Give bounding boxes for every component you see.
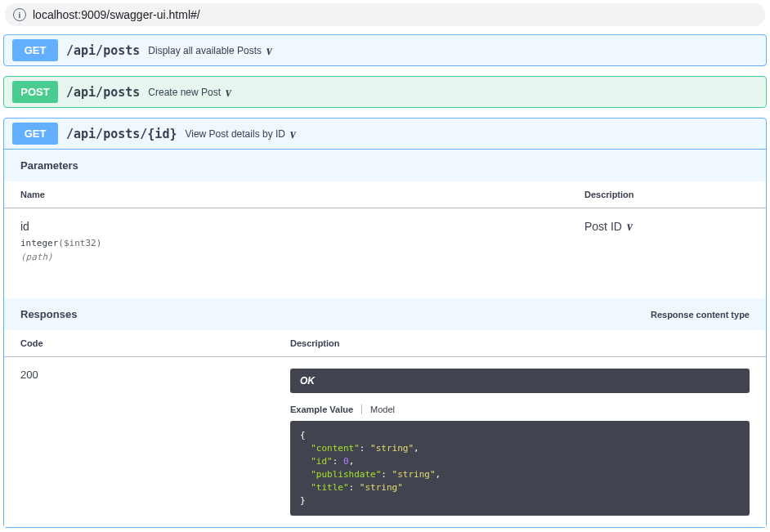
table-row: 200 OK Example Value Model { "content": … bbox=[4, 357, 766, 527]
tab-separator bbox=[361, 405, 362, 414]
response-description: OK bbox=[290, 369, 750, 393]
endpoint-get-post-by-id: GET /api/posts/{id} View Post details by… bbox=[3, 118, 767, 528]
endpoint-summary[interactable]: GET /api/posts/{id} View Post details by… bbox=[4, 118, 766, 150]
col-header-name: Name bbox=[4, 181, 568, 208]
check-icon: v bbox=[266, 42, 274, 58]
col-header-description: Description bbox=[568, 181, 766, 208]
param-description: Post ID v bbox=[584, 220, 633, 233]
col-header-description: Description bbox=[274, 330, 766, 357]
http-method-badge: GET bbox=[12, 39, 58, 61]
response-tabs: Example Value Model bbox=[290, 405, 750, 414]
example-value-json[interactable]: { "content": "string", "id": 0, "publish… bbox=[290, 421, 750, 516]
http-method-badge: GET bbox=[12, 123, 58, 145]
parameters-header: Parameters bbox=[4, 150, 766, 181]
endpoint-path: /api/posts/{id} bbox=[66, 127, 177, 141]
endpoint-summary[interactable]: POST /api/posts Create new Post v bbox=[4, 77, 766, 107]
response-content-type-label: Response content type bbox=[651, 310, 750, 320]
param-in: (path) bbox=[20, 252, 552, 262]
http-method-badge: POST bbox=[12, 81, 58, 103]
tab-model[interactable]: Model bbox=[370, 405, 395, 414]
param-name: id bbox=[20, 220, 552, 233]
check-icon: v bbox=[289, 126, 298, 141]
check-icon: v bbox=[626, 218, 634, 234]
check-icon: v bbox=[225, 84, 233, 100]
endpoint-get-posts[interactable]: GET /api/posts Display all available Pos… bbox=[3, 34, 767, 66]
tab-example-value[interactable]: Example Value bbox=[290, 405, 353, 414]
table-row: id integer($int32) (path) Post ID v bbox=[4, 208, 766, 299]
response-code: 200 bbox=[4, 357, 274, 527]
endpoint-summary-text: Create new Post v bbox=[148, 86, 231, 99]
info-icon: i bbox=[13, 8, 26, 21]
endpoint-path: /api/posts bbox=[66, 85, 140, 100]
endpoint-path: /api/posts bbox=[66, 43, 140, 58]
parameters-title: Parameters bbox=[20, 159, 78, 172]
endpoint-summary-text: View Post details by ID v bbox=[185, 127, 296, 141]
endpoint-summary[interactable]: GET /api/posts Display all available Pos… bbox=[4, 35, 766, 65]
responses-table: Code Description 200 OK Example Value Mo… bbox=[4, 330, 766, 527]
url-text: localhost:9009/swagger-ui.html#/ bbox=[33, 8, 200, 21]
endpoint-post-posts[interactable]: POST /api/posts Create new Post v bbox=[3, 76, 767, 108]
endpoint-summary-text: Display all available Postsv bbox=[148, 44, 272, 57]
responses-title: Responses bbox=[20, 308, 77, 320]
parameters-table: Name Description id integer($int32) (pat… bbox=[4, 181, 766, 298]
col-header-code: Code bbox=[4, 330, 274, 357]
responses-header: Responses Response content type bbox=[4, 298, 766, 330]
param-type: integer($int32) bbox=[20, 238, 552, 248]
browser-address-bar[interactable]: i localhost:9009/swagger-ui.html#/ bbox=[5, 3, 765, 26]
